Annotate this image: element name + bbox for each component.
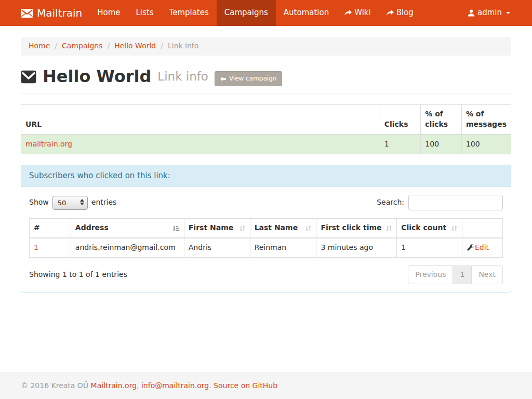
sort-both-icon [239, 225, 246, 232]
user-label: admin [477, 7, 502, 18]
page-size-select[interactable]: 50 [52, 196, 88, 210]
links-table: URL Clicks % of clicks % of messages mai… [21, 104, 511, 154]
inbox-icon [21, 70, 36, 84]
back-arrow-icon [220, 76, 226, 82]
brand-label: Mailtrain [37, 6, 82, 20]
link-clicks: 1 [380, 135, 421, 154]
sort-asc-icon [172, 225, 180, 232]
navbar: Mailtrain Home Lists Templates Campaigns… [0, 0, 532, 26]
subscriber-num-link[interactable]: 1 [34, 243, 38, 251]
copyright-text: © 2016 Kreata OÜ [21, 381, 91, 390]
breadcrumb-campaigns[interactable]: Campaigns [62, 41, 102, 51]
page-number-button[interactable]: 1 [453, 265, 472, 284]
link-url[interactable]: mailtrain.org [25, 140, 72, 148]
nav-item-home[interactable]: Home [89, 0, 128, 26]
next-page-button[interactable]: Next [471, 265, 503, 284]
subscriber-first-name: Andris [184, 238, 250, 257]
subscribers-panel: Subscribers who clicked on this link: Sh… [21, 165, 511, 292]
breadcrumb-home[interactable]: Home [29, 41, 50, 51]
caret-down-icon [506, 12, 510, 14]
col-last-name[interactable]: Last Name [250, 219, 316, 238]
user-dropdown[interactable]: admin [467, 0, 511, 26]
page-subtitle: Link info [157, 68, 208, 85]
brand-logo[interactable]: Mailtrain [21, 0, 89, 26]
previous-page-button[interactable]: Previous [408, 265, 453, 284]
footer: © 2016 Kreata OÜ Mailtrain.org, info@mai… [0, 373, 532, 399]
subscriber-row: 1 andris.reinman@gmail.com Andris Reinma… [30, 238, 503, 257]
external-link-icon [344, 10, 352, 16]
external-link-icon [387, 10, 394, 16]
link-pct-clicks: 100 [421, 135, 462, 154]
breadcrumb-current: Link info [168, 41, 198, 51]
nav-item-campaigns[interactable]: Campaigns [217, 0, 276, 26]
page-title: Hello World [43, 65, 151, 88]
link-pct-messages: 100 [461, 135, 511, 154]
view-campaign-button[interactable]: View campaign [215, 71, 282, 86]
subscriber-click-count: 1 [397, 238, 462, 257]
select-spinner-icon [80, 199, 84, 205]
panel-heading: Subscribers who clicked on this link: [21, 165, 511, 187]
nav-item-lists[interactable]: Lists [128, 0, 161, 26]
edit-link[interactable]: Edit [475, 243, 489, 253]
col-click-count[interactable]: Click count [397, 219, 462, 238]
search-input[interactable] [408, 195, 503, 210]
col-actions [462, 219, 503, 238]
links-col-clicks: Clicks [380, 105, 421, 135]
sort-both-icon [305, 225, 312, 232]
col-num[interactable]: # [30, 219, 71, 238]
pagination: Previous 1 Next [408, 265, 503, 284]
col-first-click[interactable]: First click time [316, 219, 397, 238]
show-label: Show [29, 197, 49, 208]
links-col-pct-clicks: % of clicks [421, 105, 462, 135]
col-first-name[interactable]: First Name [184, 219, 250, 238]
entries-label: entries [91, 197, 117, 208]
mailtrain-org-link[interactable]: Mailtrain.org [91, 381, 137, 390]
breadcrumb: Home Campaigns Hello World Link info [21, 37, 511, 56]
nav-item-wiki[interactable]: Wiki [337, 0, 379, 26]
wrench-icon [467, 244, 474, 251]
breadcrumb-campaign-name[interactable]: Hello World [114, 41, 156, 51]
envelope-icon [21, 9, 33, 18]
user-icon [468, 9, 475, 17]
subscriber-address: andris.reinman@gmail.com [71, 238, 184, 257]
links-table-row: mailtrain.org 1 100 100 [21, 135, 511, 154]
sort-both-icon [451, 225, 458, 232]
subscribers-table: # Address First Name [29, 218, 503, 258]
subscriber-last-name: Reinman [250, 238, 316, 257]
subscriber-first-click: 3 minutes ago [316, 238, 397, 257]
main-nav: Home Lists Templates Campaigns Automatio… [89, 0, 421, 26]
table-info: Showing 1 to 1 of 1 entries [29, 270, 127, 280]
page-length-control: Show 50 entries [29, 196, 116, 210]
contact-email-link[interactable]: info@mailtrain.org [141, 381, 209, 390]
nav-item-automation[interactable]: Automation [276, 0, 337, 26]
page-header: Hello World Link info View campaign [21, 65, 511, 94]
nav-item-blog[interactable]: Blog [379, 0, 421, 26]
github-source-link[interactable]: Source on GitHub [214, 381, 277, 390]
links-col-pct-messages: % of messages [461, 105, 511, 135]
sort-both-icon [385, 225, 392, 232]
col-address[interactable]: Address [71, 219, 184, 238]
nav-item-templates[interactable]: Templates [162, 0, 217, 26]
links-col-url: URL [21, 105, 380, 135]
search-label: Search: [377, 197, 404, 208]
